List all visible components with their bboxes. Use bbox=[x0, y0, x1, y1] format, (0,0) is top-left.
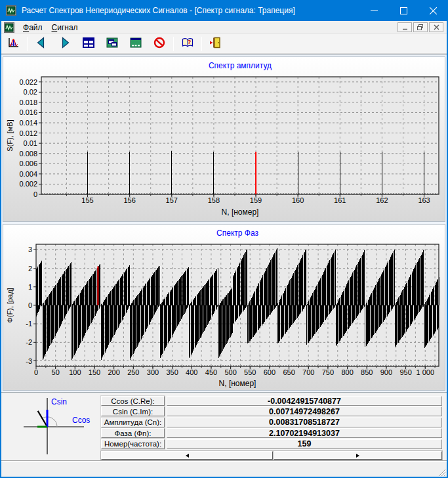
svg-text:0.018: 0.018 bbox=[19, 98, 37, 106]
svg-text:2: 2 bbox=[28, 265, 32, 272]
toolbar-separator bbox=[173, 37, 174, 51]
exit-icon bbox=[209, 36, 222, 52]
phase-chart-panel: 0501001502002503003504004505005506006507… bbox=[3, 224, 445, 391]
svg-text:161: 161 bbox=[334, 196, 346, 204]
right-triangle-icon bbox=[356, 454, 359, 458]
svg-text:0: 0 bbox=[33, 190, 37, 198]
svg-text:-1: -1 bbox=[26, 320, 32, 328]
close-button[interactable] bbox=[418, 0, 448, 21]
table-label-cell: Амплитуда (Cn): bbox=[101, 418, 165, 427]
menu-bar: Файл Сигнал bbox=[1, 21, 447, 34]
svg-text:100: 100 bbox=[69, 368, 81, 376]
svg-text:0.01: 0.01 bbox=[24, 139, 37, 147]
resize-grip[interactable] bbox=[437, 467, 446, 477]
svg-text:159: 159 bbox=[250, 196, 262, 204]
table-value-cell: 2.10702194913037 bbox=[167, 428, 442, 438]
svg-text:500: 500 bbox=[224, 368, 236, 376]
toolbar-button-help-book[interactable]: ? bbox=[178, 35, 197, 53]
svg-text:Спектр амплитуд: Спектр амплитуд bbox=[209, 61, 272, 70]
svg-text:800: 800 bbox=[341, 368, 353, 376]
svg-text:-3: -3 bbox=[26, 357, 32, 365]
table-label-cell: Номер(частота): bbox=[101, 439, 165, 449]
maximize-button[interactable] bbox=[389, 0, 418, 21]
toolbar-separator bbox=[201, 37, 202, 51]
svg-text:850: 850 bbox=[361, 368, 373, 376]
svg-text:550: 550 bbox=[244, 368, 256, 376]
svg-text:Ccos: Ccos bbox=[72, 416, 90, 425]
svg-text:350: 350 bbox=[166, 368, 178, 376]
svg-text:150: 150 bbox=[89, 368, 100, 376]
svg-text:160: 160 bbox=[292, 196, 304, 204]
svg-text:600: 600 bbox=[264, 368, 275, 376]
toolbar-button-spectrum-chart[interactable] bbox=[4, 35, 22, 53]
toolbar: ? bbox=[1, 34, 447, 54]
svg-text:Ф(F), [рад]: Ф(F), [рад] bbox=[6, 288, 14, 322]
svg-text:1 000: 1 000 bbox=[416, 368, 434, 376]
spinner-right-button[interactable] bbox=[274, 451, 442, 460]
phase-chart: 0501001502002503003504004505005506006507… bbox=[3, 225, 446, 390]
svg-text:-2: -2 bbox=[26, 338, 32, 346]
help-book-icon: ? bbox=[181, 36, 194, 52]
vector-diagram: CsinCcos bbox=[20, 394, 102, 457]
toolbar-button-minimize-all[interactable] bbox=[127, 35, 145, 53]
toolbar-button-exit[interactable] bbox=[207, 35, 225, 53]
svg-text:155: 155 bbox=[81, 196, 93, 204]
table-value-cell: 159 bbox=[167, 439, 442, 449]
svg-text:0.02: 0.02 bbox=[24, 88, 37, 96]
svg-text:0: 0 bbox=[28, 301, 32, 309]
prev-icon bbox=[35, 36, 48, 52]
mdi-minimize-button[interactable] bbox=[397, 22, 412, 32]
svg-text:0.016: 0.016 bbox=[19, 108, 37, 116]
table-value-cell: -0.00424915740877 bbox=[167, 396, 442, 406]
svg-text:0.012: 0.012 bbox=[19, 129, 37, 137]
mdi-close-button[interactable] bbox=[429, 22, 443, 32]
svg-text:0.006: 0.006 bbox=[19, 160, 37, 167]
spinner-left-button[interactable] bbox=[101, 451, 273, 460]
toolbar-button-tile-windows[interactable] bbox=[79, 35, 98, 53]
minimize-button[interactable] bbox=[359, 0, 389, 21]
toolbar-separator bbox=[27, 37, 28, 51]
svg-text:Csin: Csin bbox=[51, 397, 67, 406]
svg-text:156: 156 bbox=[123, 196, 135, 204]
svg-text:0.014: 0.014 bbox=[19, 119, 37, 127]
svg-text:200: 200 bbox=[108, 368, 119, 376]
svg-text:162: 162 bbox=[376, 196, 388, 204]
toolbar-button-cancel[interactable] bbox=[150, 35, 169, 53]
minimize-all-icon bbox=[129, 36, 142, 52]
toolbar-button-next[interactable] bbox=[56, 35, 74, 53]
mdi-client-area: 15515615715815916016116216300.0020.0040.… bbox=[1, 54, 447, 477]
toolbar-button-cascade-windows[interactable] bbox=[103, 35, 121, 53]
menu-item-file[interactable]: Файл bbox=[18, 22, 47, 33]
svg-text:158: 158 bbox=[208, 196, 220, 204]
menu-item-signal[interactable]: Сигнал bbox=[47, 22, 83, 33]
table-value-cell: 0.00831708518727 bbox=[167, 418, 442, 427]
svg-text:N, [номер]: N, [номер] bbox=[222, 207, 259, 217]
svg-text:3: 3 bbox=[28, 246, 32, 253]
window-title: Расчет Спектров Непериодических Сигналов… bbox=[22, 6, 359, 15]
svg-text:400: 400 bbox=[186, 368, 197, 376]
amplitude-chart: 15515615715815916016116216300.0020.0040.… bbox=[3, 57, 446, 221]
svg-text:950: 950 bbox=[399, 368, 411, 376]
svg-text:1: 1 bbox=[28, 283, 32, 291]
svg-text:900: 900 bbox=[380, 368, 392, 376]
title-bar: Расчет Спектров Непериодических Сигналов… bbox=[0, 0, 448, 21]
next-icon bbox=[58, 36, 71, 52]
mdi-restore-button[interactable] bbox=[413, 22, 428, 32]
toolbar-button-prev[interactable] bbox=[32, 35, 51, 53]
svg-text:S(F), [мВ]: S(F), [мВ] bbox=[6, 120, 14, 152]
app-icon bbox=[6, 5, 16, 16]
svg-text:?: ? bbox=[188, 39, 192, 45]
svg-text:0: 0 bbox=[34, 368, 38, 376]
cancel-icon bbox=[153, 36, 166, 52]
mdi-system-icon[interactable] bbox=[4, 22, 14, 33]
svg-text:650: 650 bbox=[283, 368, 295, 376]
svg-text:50: 50 bbox=[52, 368, 60, 376]
table-label-cell: Фаза (Фn): bbox=[101, 428, 165, 438]
svg-text:163: 163 bbox=[418, 196, 430, 204]
cascade-windows-icon bbox=[106, 36, 119, 52]
svg-text:0.002: 0.002 bbox=[19, 180, 37, 188]
svg-text:300: 300 bbox=[147, 368, 159, 376]
svg-text:0.022: 0.022 bbox=[19, 78, 37, 86]
status-bar bbox=[1, 460, 447, 477]
tile-windows-icon bbox=[82, 36, 95, 52]
